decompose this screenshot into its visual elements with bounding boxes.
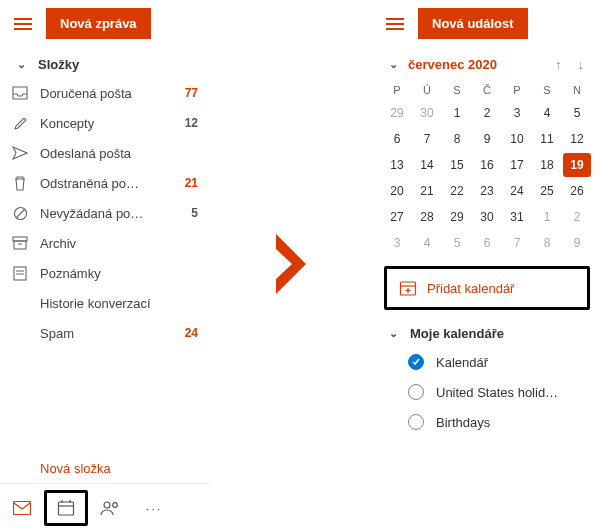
calendar-day[interactable]: 23 (473, 179, 501, 203)
my-calendars-header[interactable]: ⌄ Moje kalendáře (372, 316, 602, 347)
add-calendar-label: Přidat kalendář (427, 281, 514, 296)
folder-item[interactable]: Doručená pošta77 (0, 78, 210, 108)
folder-item[interactable]: Historie konverzací (0, 288, 210, 318)
calendar-day[interactable]: 15 (443, 153, 471, 177)
calendar-day[interactable]: 6 (383, 127, 411, 151)
calendar-checkbox[interactable] (408, 354, 424, 370)
calendar-grid: 2930123456789101112131415161718192021222… (372, 100, 602, 256)
month-title[interactable]: červenec 2020 (408, 57, 543, 72)
calendar-item[interactable]: Birthdays (372, 407, 602, 437)
next-month-button[interactable]: ↓ (574, 55, 589, 74)
trash-icon (12, 175, 28, 191)
new-folder-link[interactable]: Nová složka (0, 454, 210, 483)
calendar-day[interactable]: 29 (443, 205, 471, 229)
calendar-day[interactable]: 4 (533, 101, 561, 125)
calendar-day[interactable]: 2 (563, 205, 591, 229)
folder-item[interactable]: Nevyžádaná po…5 (0, 198, 210, 228)
folder-label: Nevyžádaná po… (40, 206, 168, 221)
calendar-day[interactable]: 8 (533, 231, 561, 255)
calendar-day[interactable]: 20 (383, 179, 411, 203)
folder-list: Doručená pošta77Koncepty12Odeslaná pošta… (0, 78, 210, 454)
calendar-day[interactable]: 4 (413, 231, 441, 255)
calendar-day[interactable]: 1 (443, 101, 471, 125)
nav-calendar-tab[interactable] (44, 490, 88, 526)
nav-more-tab[interactable]: ··· (132, 490, 176, 526)
calendar-day[interactable]: 13 (383, 153, 411, 177)
nav-people-tab[interactable] (88, 490, 132, 526)
hamburger-icon[interactable] (382, 14, 408, 34)
calendar-day[interactable]: 25 (533, 179, 561, 203)
calendar-day[interactable]: 9 (473, 127, 501, 151)
svg-rect-9 (59, 502, 74, 515)
chevron-right-icon (266, 229, 316, 299)
calendar-day[interactable]: 3 (383, 231, 411, 255)
mail-icon (13, 501, 31, 515)
svg-point-13 (104, 502, 110, 508)
chevron-down-icon[interactable]: ⌄ (386, 58, 400, 71)
folder-label: Poznámky (40, 266, 198, 281)
new-message-button[interactable]: Nová zpráva (46, 8, 151, 39)
calendar-day[interactable]: 31 (503, 205, 531, 229)
weekday-label: Ú (412, 84, 442, 96)
folder-label: Historie konverzací (40, 296, 198, 311)
add-calendar-button[interactable]: Přidat kalendář (384, 266, 590, 310)
calendar-list: KalendářUnited States holid…Birthdays (372, 347, 602, 437)
prev-month-button[interactable]: ↑ (551, 55, 566, 74)
week-row: 293012345 (372, 100, 602, 126)
calendar-day[interactable]: 17 (503, 153, 531, 177)
calendar-day[interactable]: 28 (413, 205, 441, 229)
mail-header: Nová zpráva (0, 0, 210, 47)
calendar-sidebar: Nová událost ⌄ červenec 2020 ↑ ↓ PÚSČPSN… (372, 0, 602, 528)
svg-rect-3 (14, 241, 26, 249)
folder-item[interactable]: Koncepty12 (0, 108, 210, 138)
folder-item[interactable]: Odstraněná po…21 (0, 168, 210, 198)
calendar-day[interactable]: 2 (473, 101, 501, 125)
calendar-day[interactable]: 8 (443, 127, 471, 151)
weekday-label: Č (472, 84, 502, 96)
folder-item[interactable]: Poznámky (0, 258, 210, 288)
my-calendars-title: Moje kalendáře (410, 326, 504, 341)
calendar-day[interactable]: 7 (503, 231, 531, 255)
folder-item[interactable]: Archiv (0, 228, 210, 258)
folder-label: Odstraněná po… (40, 176, 168, 191)
calendar-day[interactable]: 5 (443, 231, 471, 255)
hamburger-icon[interactable] (10, 14, 36, 34)
calendar-day[interactable]: 3 (503, 101, 531, 125)
nav-mail-tab[interactable] (0, 490, 44, 526)
calendar-day[interactable]: 22 (443, 179, 471, 203)
calendar-day[interactable]: 30 (413, 101, 441, 125)
mail-sidebar: Nová zpráva ⌄ Složky Doručená pošta77Kon… (0, 0, 210, 528)
notes-icon (12, 265, 28, 281)
calendar-day[interactable]: 26 (563, 179, 591, 203)
folder-item[interactable]: Odeslaná pošta (0, 138, 210, 168)
new-event-button[interactable]: Nová událost (418, 8, 528, 39)
calendar-day[interactable]: 11 (533, 127, 561, 151)
calendar-checkbox[interactable] (408, 414, 424, 430)
calendar-day[interactable]: 5 (563, 101, 591, 125)
calendar-day[interactable]: 29 (383, 101, 411, 125)
calendar-day[interactable]: 27 (383, 205, 411, 229)
calendar-day[interactable]: 10 (503, 127, 531, 151)
calendar-item[interactable]: Kalendář (372, 347, 602, 377)
calendar-checkbox[interactable] (408, 384, 424, 400)
calendar-day[interactable]: 7 (413, 127, 441, 151)
calendar-day[interactable]: 9 (563, 231, 591, 255)
calendar-day[interactable]: 24 (503, 179, 531, 203)
calendar-day[interactable]: 16 (473, 153, 501, 177)
svg-point-14 (113, 503, 118, 508)
calendar-item[interactable]: United States holid… (372, 377, 602, 407)
folder-label: Doručená pošta (40, 86, 168, 101)
calendar-day[interactable]: 18 (533, 153, 561, 177)
calendar-day[interactable]: 30 (473, 205, 501, 229)
transition-arrow (210, 0, 372, 528)
calendar-day[interactable]: 12 (563, 127, 591, 151)
folder-label: Archiv (40, 236, 198, 251)
calendar-day[interactable]: 19 (563, 153, 591, 177)
folders-header[interactable]: ⌄ Složky (0, 47, 210, 78)
calendar-day[interactable]: 6 (473, 231, 501, 255)
calendar-day[interactable]: 21 (413, 179, 441, 203)
folder-item[interactable]: Spam24 (0, 318, 210, 348)
calendar-add-icon (399, 279, 417, 297)
calendar-day[interactable]: 14 (413, 153, 441, 177)
calendar-day[interactable]: 1 (533, 205, 561, 229)
